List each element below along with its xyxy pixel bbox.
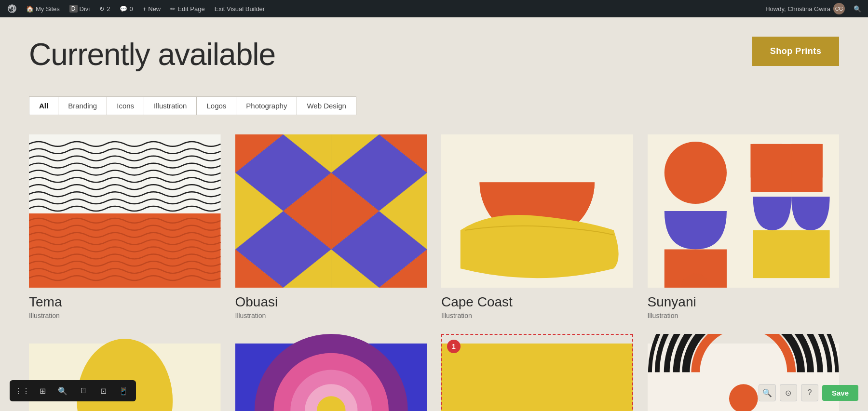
menu-icon[interactable]: ⋮⋮ xyxy=(15,384,29,398)
svg-rect-2 xyxy=(29,213,221,288)
item-category-cape-coast: Illustration xyxy=(441,312,633,319)
svg-rect-62 xyxy=(441,134,633,182)
tab-branding[interactable]: Branding xyxy=(58,97,107,115)
pencil-icon: ✏ xyxy=(170,5,176,13)
svg-rect-84 xyxy=(441,344,633,411)
new-menu[interactable]: + New xyxy=(139,0,165,17)
item-category-tema: Illustration xyxy=(29,312,221,319)
gallery-item-cape-coast[interactable]: Cape Coast Illustration xyxy=(441,134,633,319)
tab-icons[interactable]: Icons xyxy=(107,97,144,115)
shop-prints-button[interactable]: Shop Prints xyxy=(752,37,839,66)
gallery-thumb-cape-coast xyxy=(441,134,633,288)
gallery-thumb-obuasi xyxy=(235,134,427,288)
item-title-cape-coast: Cape Coast xyxy=(441,294,633,310)
user-info: Howdy, Christina Gwira CG xyxy=(761,3,849,14)
avatar: CG xyxy=(833,3,845,14)
bottom-right-toolbar: 🔍 ⊙ ? Save xyxy=(759,384,858,401)
tab-logos[interactable]: Logos xyxy=(197,97,236,115)
grid-icon[interactable]: ⊞ xyxy=(36,384,49,398)
gallery-item-obuasi[interactable]: Obuasi Illustration xyxy=(235,134,427,319)
gallery-thumb-row2-2: + ⏻ 🗑 ✕ xyxy=(235,334,427,411)
layers-icon[interactable]: ⊙ xyxy=(780,384,797,401)
svg-point-64 xyxy=(664,142,726,204)
item-title-tema: Tema xyxy=(29,294,221,310)
edit-page-menu[interactable]: ✏ Edit Page xyxy=(166,0,208,17)
new-label: New xyxy=(148,5,161,13)
page-title: Currently available xyxy=(29,37,275,72)
comment-icon: 💬 xyxy=(120,5,127,13)
filter-tabs: All Branding Icons Illustration Logos Ph… xyxy=(29,96,356,115)
my-sites-label: My Sites xyxy=(36,5,60,13)
mobile-icon[interactable]: 📱 xyxy=(117,384,130,398)
admin-search-icon[interactable]: 🔍 xyxy=(851,2,864,15)
tab-photography[interactable]: Photography xyxy=(236,97,297,115)
refresh-icon: ↻ xyxy=(99,5,105,13)
notification-badge: 1 xyxy=(447,340,461,353)
divi-menu[interactable]: D Divi xyxy=(66,0,94,17)
gallery-thumb-tema xyxy=(29,134,221,288)
plus-icon: + xyxy=(143,5,147,13)
gallery-thumb-row2-3: 1 ⚙ ⏱ ↕ xyxy=(441,334,633,411)
gallery-thumb-sunyani xyxy=(648,134,840,288)
wp-logo[interactable] xyxy=(4,0,20,17)
gallery-item-sunyani[interactable]: Sunyani Illustration xyxy=(648,134,840,319)
desktop-icon[interactable]: 🖥 xyxy=(76,384,90,398)
item-title-sunyani: Sunyani xyxy=(648,294,840,310)
svg-rect-71 xyxy=(753,230,829,278)
updates-menu[interactable]: ↻ 2 xyxy=(95,0,114,17)
edit-page-label: Edit Page xyxy=(177,5,204,13)
updates-count: 2 xyxy=(107,5,110,13)
tab-all[interactable]: All xyxy=(29,97,58,115)
svg-rect-69 xyxy=(753,144,782,192)
exit-vb-label: Exit Visual Builder xyxy=(215,5,265,13)
comments-count: 0 xyxy=(129,5,133,13)
gallery-item-row2-3[interactable]: 1 ⚙ ⏱ ↕ xyxy=(441,334,633,411)
search-bottom-icon[interactable]: 🔍 xyxy=(759,384,776,401)
gallery-grid: Tema Illustration xyxy=(29,134,839,411)
exit-visual-builder[interactable]: Exit Visual Builder xyxy=(211,0,269,17)
item-category-obuasi: Illustration xyxy=(235,312,427,319)
save-button[interactable]: Save xyxy=(822,385,858,401)
gallery-item-row2-2[interactable]: + ⏻ 🗑 ✕ xyxy=(235,334,427,411)
svg-rect-70 xyxy=(791,144,820,192)
main-content: Currently available Shop Prints All Bran… xyxy=(0,17,868,411)
search-tool-icon[interactable]: 🔍 xyxy=(56,384,69,398)
tab-illustration[interactable]: Illustration xyxy=(144,97,197,115)
item-category-sunyani: Illustration xyxy=(648,312,840,319)
help-icon[interactable]: ? xyxy=(801,384,818,401)
howdy-text: Howdy, Christina Gwira xyxy=(765,5,830,13)
tablet-icon[interactable]: ⊡ xyxy=(96,384,110,398)
divi-label: Divi xyxy=(80,5,90,13)
comments-menu[interactable]: 💬 0 xyxy=(116,0,136,17)
my-sites-menu[interactable]: 🏠 My Sites xyxy=(22,0,64,17)
page-header: Currently available Shop Prints xyxy=(29,37,839,72)
item-title-obuasi: Obuasi xyxy=(235,294,427,310)
admin-bar: 🏠 My Sites D Divi ↻ 2 💬 0 + New ✏ Edit P… xyxy=(0,0,868,17)
tab-web-design[interactable]: Web Design xyxy=(297,97,355,115)
gallery-item-tema[interactable]: Tema Illustration xyxy=(29,134,221,319)
bottom-toolbar: ⋮⋮ ⊞ 🔍 🖥 ⊡ 📱 xyxy=(10,380,136,401)
divi-icon: D xyxy=(69,5,78,13)
house-icon: 🏠 xyxy=(26,5,34,13)
